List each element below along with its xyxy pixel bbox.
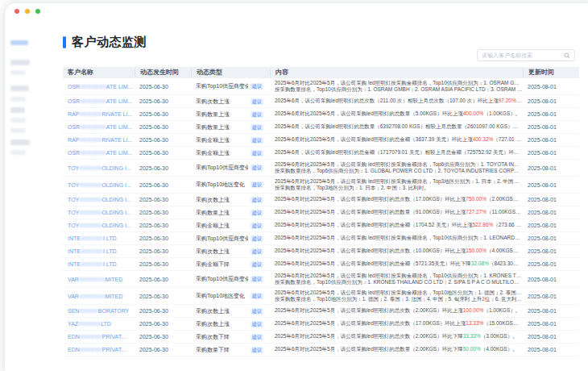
table-row: OSRXXXXXXXATE LIM...2025-06-30采购金额上涨建议20… bbox=[63, 147, 579, 160]
sidebar-skeleton-item[interactable] bbox=[10, 150, 26, 155]
customer-name-link[interactable]: TOYXXXXXXOLDING I... bbox=[63, 197, 135, 202]
dynamic-content: 2025年6月对比2025年5月，该公司采购led照明灯的总次数（10.00KG… bbox=[270, 248, 523, 255]
redacted-name-segment: XXXXXX bbox=[78, 321, 101, 327]
sidebar-skeleton-item[interactable] bbox=[10, 85, 29, 91]
customer-name-link[interactable]: TOYXXXXXXOLDING I... bbox=[63, 210, 135, 215]
customer-name-link[interactable]: VARXXXXXXXMITED bbox=[63, 277, 135, 282]
dynamic-type-label: 采购数量上涨 bbox=[196, 123, 230, 131]
suggestion-tag[interactable]: 建议 bbox=[251, 150, 263, 156]
suggestion-tag[interactable]: 建议 bbox=[251, 293, 263, 299]
redacted-name-segment: XXXXXXX bbox=[80, 98, 106, 104]
redacted-name-segment: XXXXXX bbox=[79, 197, 101, 202]
customer-name-link[interactable]: INTEXXXXXXI LTD bbox=[63, 236, 135, 241]
customer-name-link[interactable]: INTEXXXXXXI LTD bbox=[63, 261, 135, 267]
dynamic-type-cell: 采购数量上涨建议 bbox=[191, 110, 270, 119]
customer-name-link[interactable]: YAZXXXXXXLTD bbox=[63, 321, 135, 327]
dynamic-time: 2025-06-30 bbox=[135, 150, 191, 156]
customer-name-link[interactable]: RAPXXXXXXRIVATE LI... bbox=[63, 137, 135, 143]
table-header: 客户名称 动态发生时间 动态类型 内容 更新时间 bbox=[63, 67, 579, 78]
suggestion-tag[interactable]: 建议 bbox=[251, 236, 263, 242]
customer-name-link[interactable]: OSRXXXXXXXATE LIM... bbox=[63, 84, 135, 90]
dynamic-type-label: 采购数量上涨 bbox=[196, 209, 230, 217]
suggestion-tag[interactable]: 建议 bbox=[251, 308, 263, 315]
customer-name-link[interactable]: INTEXXXXXXI LTD bbox=[63, 248, 135, 254]
suggestion-tag[interactable]: 建议 bbox=[251, 276, 263, 282]
update-time: 2025-08-01 bbox=[523, 84, 579, 90]
redacted-name-segment: XXXXXX bbox=[79, 210, 101, 215]
table-row: OSRXXXXXXXATE LIM...2025-06-30采购数量上涨建议20… bbox=[63, 121, 579, 134]
sidebar-skeleton-item[interactable] bbox=[10, 60, 30, 65]
suggestion-tag[interactable]: 建议 bbox=[251, 210, 263, 216]
customer-name-link[interactable]: EDNXXXXXXPRIVAT... bbox=[63, 347, 135, 352]
maximize-window-icon[interactable] bbox=[35, 9, 40, 14]
customer-name-link[interactable]: RAPXXXXXXRIVATE LI... bbox=[63, 111, 135, 117]
table-row: VARXXXXXXXMITED2025-06-30采购Top10供应商变化建议2… bbox=[63, 271, 579, 288]
content-line: 按采购数量排名，Top6供应商分别为：1. GLOBAL POWER CO LT… bbox=[275, 168, 523, 175]
sidebar-skeleton-item[interactable] bbox=[10, 107, 25, 113]
dynamic-time: 2025-06-30 bbox=[135, 98, 191, 104]
dynamic-time: 2025-06-30 bbox=[135, 236, 191, 241]
sidebar-skeleton-item[interactable] bbox=[10, 128, 26, 133]
dynamic-content: 2025年6月，该公司采购led照明灯的总数量（6392708.00 KGS）相… bbox=[270, 123, 523, 131]
customer-name-link[interactable]: OSRXXXXXXXATE LIM... bbox=[63, 98, 135, 104]
redacted-name-segment: XXXXXXX bbox=[79, 294, 106, 299]
suggestion-tag[interactable]: 建议 bbox=[251, 137, 263, 144]
customer-name-link[interactable]: OSRXXXXXXXATE LIM... bbox=[63, 150, 135, 156]
suggestion-tag[interactable]: 建议 bbox=[251, 98, 263, 105]
customer-name-link[interactable]: VARXXXXXXXMITED bbox=[63, 294, 135, 299]
suggestion-tag[interactable]: 建议 bbox=[251, 111, 263, 118]
suggestion-tag[interactable]: 建议 bbox=[251, 197, 263, 203]
customer-name-link[interactable]: TOYXXXXXXOLDING I... bbox=[63, 223, 135, 228]
update-time: 2025-08-01 bbox=[523, 165, 579, 171]
dynamic-time: 2025-06-30 bbox=[135, 321, 191, 327]
suggestion-tag[interactable]: 建议 bbox=[251, 165, 263, 171]
sidebar-skeleton-item[interactable] bbox=[10, 70, 26, 75]
suggestion-tag[interactable]: 建议 bbox=[251, 261, 263, 268]
col-header-customer: 客户名称 bbox=[63, 69, 135, 77]
sidebar-skeleton-item[interactable] bbox=[10, 97, 26, 102]
content-line: 2025年6月对比2025年5月，该公司采购 led照明灯按采购金额排名，Top… bbox=[275, 178, 523, 186]
customer-name-link[interactable]: TOYXXXXXXOLDING I... bbox=[63, 182, 135, 188]
suggestion-tag[interactable]: 建议 bbox=[251, 334, 263, 340]
table-row: TOYXXXXXXOLDING I...2025-06-30采购次数上涨建议20… bbox=[63, 194, 579, 206]
customer-name-link[interactable]: SENXXXXXBORATORY bbox=[63, 308, 135, 314]
close-window-icon[interactable] bbox=[14, 9, 19, 14]
table-row: INTEXXXXXXI LTD2025-06-30采购Top10供应商变化建议2… bbox=[63, 232, 579, 245]
suggestion-tag[interactable]: 建议 bbox=[251, 248, 263, 255]
update-time: 2025-08-01 bbox=[523, 248, 579, 254]
sidebar-skeleton-item[interactable] bbox=[10, 118, 26, 123]
dynamic-type-cell: 采购次数上涨建议 bbox=[191, 320, 270, 328]
minimize-window-icon[interactable] bbox=[25, 9, 30, 14]
dynamic-time: 2025-06-30 bbox=[135, 84, 191, 90]
search-icon bbox=[564, 52, 570, 59]
update-time: 2025-08-01 bbox=[523, 223, 579, 228]
dynamic-type-cell: 采购数量下降建议 bbox=[191, 346, 270, 354]
redacted-name-segment: XXXXXX bbox=[79, 111, 101, 117]
dynamic-type-label: 采购Top10供应商变化 bbox=[196, 82, 248, 90]
sidebar-skeleton-item[interactable] bbox=[10, 140, 30, 145]
dynamic-type-cell: 采购次数上涨建议 bbox=[191, 307, 270, 315]
dynamic-content: 2025年6月对比2025年5月，该公司采购led照明灯的总数量（5.00KGS… bbox=[270, 110, 523, 118]
table-row: VARXXXXXXXMITED2025-06-30采购Top10地区变化建议20… bbox=[63, 288, 579, 305]
suggestion-tag[interactable]: 建议 bbox=[251, 223, 263, 229]
dynamic-type-label: 采购次数上涨 bbox=[196, 307, 230, 315]
content-line: 2025年6月对比2025年5月，该公司采购led照明灯的总金额（5721.35… bbox=[275, 261, 523, 268]
table-row: RAPXXXXXXRIVATE LI...2025-06-30采购数量上涨建议2… bbox=[63, 108, 579, 121]
update-time: 2025-08-01 bbox=[523, 124, 579, 130]
content-line: 2025年6月对比2025年5月，该公司采购led照明灯的总次数（10.00KG… bbox=[275, 248, 523, 255]
dynamic-time: 2025-06-30 bbox=[135, 277, 191, 282]
customer-name-link[interactable]: EDNXXXXXXPRIVAT... bbox=[63, 334, 135, 340]
suggestion-tag[interactable]: 建议 bbox=[251, 181, 263, 188]
suggestion-tag[interactable]: 建议 bbox=[251, 124, 263, 131]
redacted-name-segment: XXXXXX bbox=[79, 223, 101, 228]
dynamic-type-label: 采购金额上涨 bbox=[196, 136, 230, 144]
suggestion-tag[interactable]: 建议 bbox=[251, 321, 263, 327]
customer-name-link[interactable]: OSRXXXXXXXATE LIM... bbox=[63, 124, 135, 130]
customer-name-link[interactable]: TOYXXXXXXOLDING I... bbox=[63, 165, 135, 171]
content-line: 2025年6月对比2025年5月，该公司采购led照明灯的总金额（1704.52… bbox=[275, 222, 523, 229]
search-input[interactable]: 请输入客户名称搜索 bbox=[477, 49, 575, 61]
suggestion-tag[interactable]: 建议 bbox=[251, 347, 263, 353]
redacted-name-segment: XXXXXX bbox=[81, 236, 103, 241]
update-time: 2025-08-01 bbox=[523, 150, 579, 156]
suggestion-tag[interactable]: 建议 bbox=[251, 83, 263, 90]
